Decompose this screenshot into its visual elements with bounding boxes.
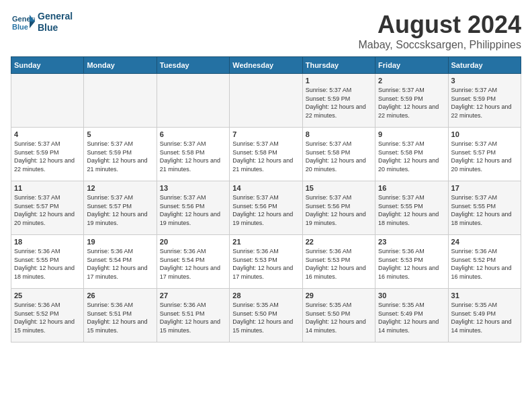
- day-number: 1: [306, 77, 372, 85]
- calendar-cell: 23Sunrise: 5:36 AM Sunset: 5:53 PM Dayli…: [375, 235, 448, 289]
- logo-text-line1: General: [38, 11, 73, 22]
- calendar-cell: 1Sunrise: 5:37 AM Sunset: 5:59 PM Daylig…: [302, 74, 375, 128]
- title-area: August 2024 Mabay, Soccsksargen, Philipp…: [359, 11, 522, 51]
- day-number: 8: [306, 130, 372, 138]
- calendar-cell: 13Sunrise: 5:37 AM Sunset: 5:56 PM Dayli…: [157, 181, 229, 235]
- day-number: 7: [232, 130, 299, 138]
- day-number: 31: [451, 291, 518, 300]
- calendar-cell: 11Sunrise: 5:37 AM Sunset: 5:57 PM Dayli…: [11, 181, 84, 235]
- calendar-cell: 24Sunrise: 5:36 AM Sunset: 5:52 PM Dayli…: [448, 235, 521, 289]
- day-info: Sunrise: 5:36 AM Sunset: 5:52 PM Dayligh…: [14, 301, 81, 334]
- day-info: Sunrise: 5:36 AM Sunset: 5:54 PM Dayligh…: [160, 247, 226, 281]
- day-number: 12: [87, 184, 153, 192]
- day-info: Sunrise: 5:35 AM Sunset: 5:50 PM Dayligh…: [232, 301, 299, 334]
- day-info: Sunrise: 5:36 AM Sunset: 5:53 PM Dayligh…: [232, 247, 299, 281]
- day-info: Sunrise: 5:37 AM Sunset: 5:59 PM Dayligh…: [451, 86, 518, 120]
- calendar-cell: 5Sunrise: 5:37 AM Sunset: 5:59 PM Daylig…: [84, 128, 157, 181]
- day-number: 20: [160, 238, 226, 246]
- calendar-cell: 17Sunrise: 5:37 AM Sunset: 5:55 PM Dayli…: [448, 181, 521, 235]
- weekday-header-wednesday: Wednesday: [230, 57, 302, 74]
- calendar-cell: 9Sunrise: 5:37 AM Sunset: 5:58 PM Daylig…: [375, 128, 448, 181]
- calendar-cell: 16Sunrise: 5:37 AM Sunset: 5:55 PM Dayli…: [375, 181, 448, 235]
- calendar-cell: 15Sunrise: 5:37 AM Sunset: 5:56 PM Dayli…: [302, 181, 375, 235]
- calendar-cell: 29Sunrise: 5:35 AM Sunset: 5:50 PM Dayli…: [302, 289, 375, 342]
- calendar-week-2: 4Sunrise: 5:37 AM Sunset: 5:59 PM Daylig…: [11, 128, 521, 181]
- calendar-cell: 19Sunrise: 5:36 AM Sunset: 5:54 PM Dayli…: [84, 235, 157, 289]
- calendar-cell: 4Sunrise: 5:37 AM Sunset: 5:59 PM Daylig…: [11, 128, 84, 181]
- day-info: Sunrise: 5:37 AM Sunset: 5:59 PM Dayligh…: [306, 86, 372, 120]
- day-info: Sunrise: 5:36 AM Sunset: 5:52 PM Dayligh…: [451, 247, 518, 281]
- calendar-cell: 20Sunrise: 5:36 AM Sunset: 5:54 PM Dayli…: [157, 235, 229, 289]
- calendar-cell: 22Sunrise: 5:36 AM Sunset: 5:53 PM Dayli…: [302, 235, 375, 289]
- calendar-cell: 25Sunrise: 5:36 AM Sunset: 5:52 PM Dayli…: [11, 289, 84, 342]
- svg-text:Blue: Blue: [12, 23, 28, 31]
- calendar-cell: 2Sunrise: 5:37 AM Sunset: 5:59 PM Daylig…: [375, 74, 448, 128]
- calendar-cell: 6Sunrise: 5:37 AM Sunset: 5:58 PM Daylig…: [157, 128, 229, 181]
- day-info: Sunrise: 5:37 AM Sunset: 5:55 PM Dayligh…: [451, 193, 518, 227]
- day-number: 18: [14, 238, 81, 246]
- day-number: 29: [306, 291, 372, 300]
- day-info: Sunrise: 5:36 AM Sunset: 5:53 PM Dayligh…: [378, 247, 445, 281]
- day-info: Sunrise: 5:37 AM Sunset: 5:57 PM Dayligh…: [87, 193, 153, 227]
- weekday-header-sunday: Sunday: [11, 57, 84, 74]
- calendar-cell: [157, 74, 229, 128]
- day-number: 14: [232, 184, 299, 192]
- day-number: 25: [14, 291, 81, 300]
- day-info: Sunrise: 5:37 AM Sunset: 5:59 PM Dayligh…: [378, 86, 445, 120]
- weekday-header-saturday: Saturday: [448, 57, 521, 74]
- day-info: Sunrise: 5:37 AM Sunset: 5:58 PM Dayligh…: [232, 140, 299, 173]
- day-info: Sunrise: 5:37 AM Sunset: 5:59 PM Dayligh…: [87, 140, 153, 173]
- day-number: 28: [232, 291, 299, 300]
- weekday-header-monday: Monday: [84, 57, 157, 74]
- day-info: Sunrise: 5:36 AM Sunset: 5:53 PM Dayligh…: [306, 247, 372, 281]
- calendar-cell: 30Sunrise: 5:35 AM Sunset: 5:49 PM Dayli…: [375, 289, 448, 342]
- logo: General Blue General Blue: [11, 11, 73, 34]
- calendar-cell: 3Sunrise: 5:37 AM Sunset: 5:59 PM Daylig…: [448, 74, 521, 128]
- day-number: 16: [378, 184, 445, 192]
- calendar-week-5: 25Sunrise: 5:36 AM Sunset: 5:52 PM Dayli…: [11, 289, 521, 342]
- logo-text-line2: Blue: [38, 22, 73, 34]
- calendar-week-4: 18Sunrise: 5:36 AM Sunset: 5:55 PM Dayli…: [11, 235, 521, 289]
- day-number: 27: [160, 291, 226, 300]
- day-info: Sunrise: 5:36 AM Sunset: 5:55 PM Dayligh…: [14, 247, 81, 281]
- location-title: Mabay, Soccsksargen, Philippines: [359, 39, 522, 51]
- day-info: Sunrise: 5:37 AM Sunset: 5:58 PM Dayligh…: [306, 140, 372, 173]
- day-number: 30: [378, 291, 445, 300]
- day-info: Sunrise: 5:37 AM Sunset: 5:57 PM Dayligh…: [451, 140, 518, 173]
- day-number: 2: [378, 77, 445, 85]
- logo-icon: General Blue: [11, 12, 35, 32]
- day-info: Sunrise: 5:37 AM Sunset: 5:57 PM Dayligh…: [14, 193, 81, 227]
- day-number: 21: [232, 238, 299, 246]
- calendar-cell: 27Sunrise: 5:36 AM Sunset: 5:51 PM Dayli…: [157, 289, 229, 342]
- day-number: 15: [306, 184, 372, 192]
- calendar-cell: [11, 74, 84, 128]
- day-number: 11: [14, 184, 81, 192]
- day-number: 26: [87, 291, 153, 300]
- calendar-cell: 7Sunrise: 5:37 AM Sunset: 5:58 PM Daylig…: [230, 128, 302, 181]
- calendar-table: SundayMondayTuesdayWednesdayThursdayFrid…: [11, 56, 521, 342]
- calendar-cell: 31Sunrise: 5:35 AM Sunset: 5:49 PM Dayli…: [448, 289, 521, 342]
- weekday-header-row: SundayMondayTuesdayWednesdayThursdayFrid…: [11, 57, 521, 74]
- day-number: 24: [451, 238, 518, 246]
- calendar-cell: 18Sunrise: 5:36 AM Sunset: 5:55 PM Dayli…: [11, 235, 84, 289]
- calendar-cell: 10Sunrise: 5:37 AM Sunset: 5:57 PM Dayli…: [448, 128, 521, 181]
- calendar-cell: 21Sunrise: 5:36 AM Sunset: 5:53 PM Dayli…: [230, 235, 302, 289]
- day-info: Sunrise: 5:35 AM Sunset: 5:50 PM Dayligh…: [306, 301, 372, 334]
- calendar-cell: 8Sunrise: 5:37 AM Sunset: 5:58 PM Daylig…: [302, 128, 375, 181]
- day-number: 6: [160, 130, 226, 138]
- svg-marker-3: [30, 21, 35, 28]
- day-number: 10: [451, 130, 518, 138]
- day-info: Sunrise: 5:37 AM Sunset: 5:58 PM Dayligh…: [378, 140, 445, 173]
- day-number: 5: [87, 130, 153, 138]
- day-number: 17: [451, 184, 518, 192]
- day-number: 9: [378, 130, 445, 138]
- month-title: August 2024: [359, 11, 522, 39]
- calendar-cell: [230, 74, 302, 128]
- day-number: 19: [87, 238, 153, 246]
- day-info: Sunrise: 5:37 AM Sunset: 5:59 PM Dayligh…: [14, 140, 81, 173]
- day-info: Sunrise: 5:35 AM Sunset: 5:49 PM Dayligh…: [378, 301, 445, 334]
- day-info: Sunrise: 5:36 AM Sunset: 5:51 PM Dayligh…: [160, 301, 226, 334]
- day-info: Sunrise: 5:37 AM Sunset: 5:58 PM Dayligh…: [160, 140, 226, 173]
- day-info: Sunrise: 5:35 AM Sunset: 5:49 PM Dayligh…: [451, 301, 518, 334]
- day-number: 4: [14, 130, 81, 138]
